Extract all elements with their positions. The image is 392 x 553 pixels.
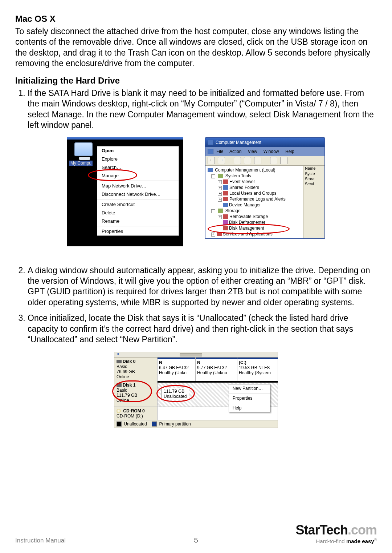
cm-title-text: Computer Management — [216, 140, 261, 145]
brand-block: StarTech.com Hard-to-find made easy® — [296, 522, 377, 544]
ctx-disconnect-drive[interactable]: Disconnect Network Drive… — [97, 190, 179, 198]
highlight-disk-management — [208, 224, 290, 234]
shared-folders-icon — [223, 185, 228, 190]
collapse-icon[interactable]: − — [211, 174, 215, 178]
ctx-delete[interactable]: Delete — [97, 209, 179, 217]
legend-swatch-primary — [152, 421, 157, 427]
disk0-status: Online — [117, 374, 155, 379]
tree-system-tools[interactable]: − System Tools — [206, 173, 302, 179]
ctx-properties-2[interactable]: Properties — [229, 394, 270, 402]
disk1-unallocated[interactable]: 111.79 GB Unallocated New Partition… Pro… — [158, 381, 278, 407]
my-computer-label: My Compu — [69, 161, 93, 166]
expand-icon[interactable]: + — [218, 198, 222, 202]
cm-toolbar — [205, 156, 324, 166]
disk0-type: Basic — [117, 364, 155, 369]
name-col-item-3[interactable]: Servi — [303, 181, 324, 186]
ctx-explore[interactable]: Explore — [97, 155, 179, 163]
tree-root[interactable]: Computer Management (Local) — [206, 167, 302, 173]
tree-storage[interactable]: − Storage — [206, 208, 302, 214]
tree-shared-folders[interactable]: +Shared Folders — [206, 185, 302, 190]
disk0-part-1[interactable]: N 9.77 GB FAT32 Healthy (Unkno — [196, 358, 237, 381]
disk0-size: 76.69 GB — [117, 369, 155, 374]
cm-root-icon — [208, 168, 213, 172]
name-column-header[interactable]: Name — [303, 166, 324, 171]
device-manager-icon — [223, 203, 228, 207]
legend-swatch-unallocated — [117, 421, 122, 427]
back-icon[interactable] — [208, 157, 215, 164]
menu-action[interactable]: Action — [229, 149, 241, 154]
expand-icon[interactable]: + — [218, 215, 222, 219]
menu-file[interactable]: File — [216, 149, 223, 154]
cm-title-icon — [208, 140, 213, 145]
removable-icon — [223, 214, 228, 219]
brand-logo: StarTech.com — [296, 522, 377, 538]
disk0-part-0[interactable]: N 6.47 GB FAT32 Healthy (Unkn — [158, 358, 196, 381]
footer-label: Instruction Manual — [15, 537, 66, 544]
ctx-rename[interactable]: Rename — [97, 217, 179, 225]
tree-local-users[interactable]: +Local Users and Groups — [206, 190, 302, 196]
figure-row-1: My Compu Open Explore Search… Manage Map… — [15, 137, 377, 257]
expand-icon[interactable]: + — [218, 186, 222, 190]
toolbar-btn-2[interactable] — [244, 157, 251, 164]
tree-perf-logs[interactable]: +Performance Logs and Alerts — [206, 196, 302, 202]
trademark-icon: ® — [374, 538, 377, 542]
figure-disk-management: Disk 0 Basic 76.69 GB Online N 6.47 GB F… — [114, 352, 278, 428]
highlight-disk1 — [112, 380, 152, 402]
scrollbar[interactable] — [114, 352, 278, 358]
disk0-title: Disk 0 — [117, 359, 155, 364]
toolbar-btn-1[interactable] — [234, 157, 241, 164]
name-col-item-2[interactable]: Stora — [303, 176, 324, 181]
menu-help[interactable]: Help — [285, 149, 294, 154]
cdrom-sub: CD-ROM (D:) — [117, 413, 155, 419]
my-computer-icon — [74, 142, 95, 159]
tree-device-manager[interactable]: Device Manager — [206, 202, 302, 208]
toolbar-btn-4[interactable] — [270, 157, 277, 164]
event-viewer-icon — [223, 179, 228, 184]
ctx-properties[interactable]: Properties — [97, 227, 179, 235]
macosx-paragraph: To safely disconnect the attached drive … — [15, 26, 377, 69]
legend-primary: Primary partition — [159, 421, 191, 427]
tree-root-label: Computer Management (Local) — [215, 167, 275, 173]
figure-context-menu: My Compu Open Explore Search… Manage Map… — [67, 137, 183, 246]
ctx-create-shortcut[interactable]: Create Shortcut — [97, 200, 179, 209]
heading-macosx: Mac OS X — [15, 14, 377, 24]
ctx-help[interactable]: Help — [229, 404, 270, 412]
tree-removable-storage[interactable]: +Removable Storage — [206, 214, 302, 219]
expand-icon[interactable]: + — [211, 233, 215, 237]
unalloc-context-menu: New Partition… Properties Help — [229, 384, 270, 412]
tree-event-viewer[interactable]: +Event Viewer — [206, 179, 302, 185]
brand-tagline: Hard-to-find made easy® — [296, 538, 377, 544]
disk1-side: Disk 1 Basic 111.79 GB Online — [114, 381, 158, 407]
expand-icon[interactable]: + — [218, 192, 222, 196]
toolbar-btn-5[interactable] — [280, 157, 287, 164]
storage-icon — [218, 209, 223, 213]
step-2: A dialog window should automatically app… — [28, 265, 377, 308]
tree-system-tools-label: System Tools — [225, 173, 251, 178]
cdrom-title: CD-ROM 0 — [117, 408, 155, 413]
expand-icon[interactable]: + — [218, 180, 222, 184]
page-number: 5 — [194, 536, 198, 544]
tools-icon — [218, 174, 223, 178]
dm-legend: Unallocated Primary partition — [114, 420, 278, 428]
cdrom-icon — [117, 409, 121, 413]
name-col-item-1[interactable]: Syste — [303, 171, 324, 176]
cdrom-side: CD-ROM 0 CD-ROM (D:) — [114, 407, 158, 420]
ctx-new-partition[interactable]: New Partition… — [229, 384, 270, 392]
forward-icon[interactable] — [218, 157, 225, 164]
collapse-icon[interactable]: − — [211, 209, 215, 213]
menu-window[interactable]: Window — [264, 149, 279, 154]
ctx-map-drive[interactable]: Map Network Drive… — [97, 182, 179, 190]
menu-view[interactable]: View — [248, 149, 257, 154]
disk0-part-2[interactable]: (C:) 19.53 GB NTFS Healthy (System — [237, 358, 278, 381]
perf-icon — [223, 197, 228, 201]
ctx-open[interactable]: Open — [97, 146, 179, 155]
toolbar-btn-3[interactable] — [254, 157, 261, 164]
step-3: Once initialized, locate the Disk that s… — [28, 313, 377, 345]
cm-sub-icon — [208, 149, 213, 154]
figure-computer-management: Computer Management File Action View Win… — [205, 137, 325, 257]
highlight-unallocated — [156, 385, 195, 402]
legend-unallocated: Unallocated — [124, 421, 147, 427]
heading-init: Initializing the Hard Drive — [15, 76, 377, 86]
highlight-manage — [88, 169, 137, 181]
step-1: If the SATA Hard Drive is blank it may n… — [28, 88, 377, 131]
